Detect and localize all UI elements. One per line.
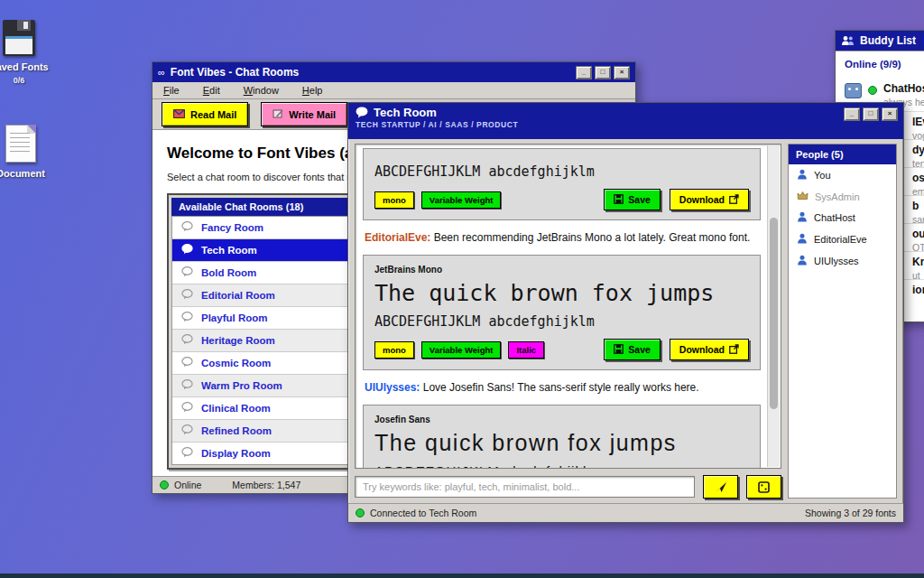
online-status-text: Online xyxy=(174,480,201,490)
person-icon xyxy=(797,211,808,224)
chat-bubble-icon xyxy=(181,402,193,415)
minimize-button[interactable]: _ xyxy=(844,107,860,121)
people-panel-header: People (5) xyxy=(789,144,896,164)
desktop: Saved Fonts 0/6 Document ∞ Font Vibes - … xyxy=(0,0,924,578)
random-font-button[interactable] xyxy=(746,475,781,499)
buddy-name: ionC xyxy=(912,284,924,296)
buddy-status: empire xyxy=(912,186,924,197)
screen-bottom-strip xyxy=(0,573,924,578)
window-title: Tech Room xyxy=(374,106,437,119)
tech-room-titlebar[interactable]: Tech Room TECH STARTUP / AI / SAAS / PRO… xyxy=(348,103,903,139)
buddy-name: oss_C xyxy=(912,172,924,184)
buddy-status: ut ☺ xyxy=(912,270,924,281)
font-preview-text: The quick brown fox jumps xyxy=(374,430,749,456)
menu-bar: FileEditWindowHelp xyxy=(152,82,635,99)
chat-scrollbar[interactable] xyxy=(767,145,780,467)
chat-bubble-icon xyxy=(181,289,193,302)
font-card-josefin-sans: Josefin SansThe quick brown fox jumpsABC… xyxy=(363,405,761,469)
window-title: Buddy List xyxy=(860,34,916,47)
tag-variable-weight: Variable Weight xyxy=(421,191,502,209)
chat-bubble-icon xyxy=(181,379,193,392)
buddy-name: out99 xyxy=(912,228,924,240)
maximize-button[interactable]: □ xyxy=(595,66,611,79)
pencil-icon xyxy=(273,108,283,121)
minimize-button[interactable]: _ xyxy=(576,66,592,79)
menu-file[interactable]: File xyxy=(163,85,180,96)
fonts-shown-count: Showing 3 of 29 fonts xyxy=(805,508,896,518)
buddy-name: lEve xyxy=(912,116,924,128)
person-sysadmin[interactable]: SysAdmin xyxy=(789,186,896,207)
menu-window[interactable]: Window xyxy=(244,85,279,96)
desktop-icon-label: Document xyxy=(0,168,64,179)
buddy-name: ChatHost xyxy=(883,82,924,95)
tag-mono: mono xyxy=(374,191,414,209)
close-button[interactable]: × xyxy=(882,107,898,121)
chat-bubble-icon xyxy=(181,357,193,369)
send-button[interactable] xyxy=(703,475,738,499)
send-icon xyxy=(715,481,727,493)
font-card-partial: ABCDEFGHIJKLM abcdefghijklmmonoVariable … xyxy=(363,148,761,220)
person-editorialeve[interactable]: EditorialEve xyxy=(789,228,896,250)
message-input-row xyxy=(355,475,781,499)
chat-bubble-icon xyxy=(181,266,193,279)
robot-avatar-icon xyxy=(845,83,862,98)
close-button[interactable]: × xyxy=(614,66,630,79)
person-you[interactable]: You xyxy=(789,164,896,186)
maximize-button[interactable]: □ xyxy=(863,107,879,121)
buddy-list-titlebar[interactable]: Buddy List xyxy=(836,31,924,51)
chat-message: UIUlysses: Love Josefin Sans! The sans-s… xyxy=(365,381,759,394)
keyword-input[interactable] xyxy=(355,476,695,498)
download-font-button[interactable]: Download xyxy=(670,339,749,360)
buddy-online-dot xyxy=(868,86,877,95)
tech-room-window: Tech Room TECH STARTUP / AI / SAAS / PRO… xyxy=(347,102,904,523)
floppy-disk-icon xyxy=(3,20,35,56)
chat-feed-area: ABCDEFGHIJKLM abcdefghijklmmonoVariable … xyxy=(355,144,781,469)
toolbar-button-read-mail[interactable]: Read Mail xyxy=(162,102,248,126)
chat-message: EditorialEve: Been recommending JetBrain… xyxy=(365,231,759,244)
person-icon xyxy=(797,169,808,182)
person-chathost[interactable]: ChatHost xyxy=(789,207,896,228)
tech-room-statusbar: Connected to Tech Room Showing 3 of 29 f… xyxy=(348,503,903,522)
desktop-icon-count: 0/6 xyxy=(0,76,62,85)
floppy-save-icon xyxy=(614,344,624,356)
message-username[interactable]: EditorialEve: xyxy=(365,231,430,244)
desktop-icon-saved-fonts[interactable]: Saved Fonts 0/6 xyxy=(0,20,62,85)
desktop-icon-document[interactable]: Document xyxy=(0,125,64,179)
document-icon xyxy=(5,125,36,163)
save-font-button[interactable]: Save xyxy=(604,339,661,360)
scrollbar-thumb[interactable] xyxy=(770,218,778,409)
buddy-status: vogue xyxy=(912,130,924,141)
buddy-status: terface xyxy=(912,158,924,169)
connection-status-text: Connected to Tech Room xyxy=(370,508,476,518)
desktop-icon-label: Saved Fonts xyxy=(0,61,62,72)
save-font-button[interactable]: Save xyxy=(604,189,661,210)
chat-bubble-icon xyxy=(181,244,193,256)
tag-variable-weight: Variable Weight xyxy=(421,341,502,359)
online-group-header: Online (9/9) xyxy=(845,59,924,70)
download-font-button[interactable]: Download xyxy=(670,189,749,210)
chat-bubble-icon xyxy=(181,221,193,234)
menu-edit[interactable]: Edit xyxy=(203,85,220,96)
chat-bubble-icon xyxy=(181,447,193,460)
person-icon xyxy=(797,255,808,267)
buddy-name: Kris xyxy=(912,256,924,268)
menu-help[interactable]: Help xyxy=(302,85,323,96)
font-preview-text: The quick brown fox jumps xyxy=(374,280,749,306)
buddy-status: OT m xyxy=(912,242,924,253)
font-alphabet-sample: ABCDEFGHIJKLM abcdefghijklm xyxy=(374,163,749,180)
font-vibes-titlebar[interactable]: ∞ Font Vibes - Chat Rooms _ □ × xyxy=(152,62,635,82)
buddy-status: sans xyxy=(912,214,924,225)
message-username[interactable]: UIUlysses: xyxy=(365,381,420,394)
online-status-dot xyxy=(160,480,169,489)
external-link-icon xyxy=(729,194,739,206)
room-topic: TECH STARTUP / AI / SAAS / PRODUCT xyxy=(356,120,896,129)
toolbar-button-write-mail[interactable]: Write Mail xyxy=(261,102,347,126)
people-list: YouSysAdminChatHostEditorialEveUIUlysses xyxy=(789,164,896,272)
font-alphabet-sample: ABCDEFGHIJKLM abcdefghijklm xyxy=(374,463,749,469)
buddy-name: b xyxy=(912,200,924,212)
person-uiulysses[interactable]: UIUlysses xyxy=(789,250,896,272)
crown-icon xyxy=(797,191,808,202)
font-card-jetbrains-mono: JetBrains MonoThe quick brown fox jumpsA… xyxy=(363,255,761,370)
connected-status-dot xyxy=(356,508,365,517)
members-count: Members: 1,547 xyxy=(232,480,300,490)
